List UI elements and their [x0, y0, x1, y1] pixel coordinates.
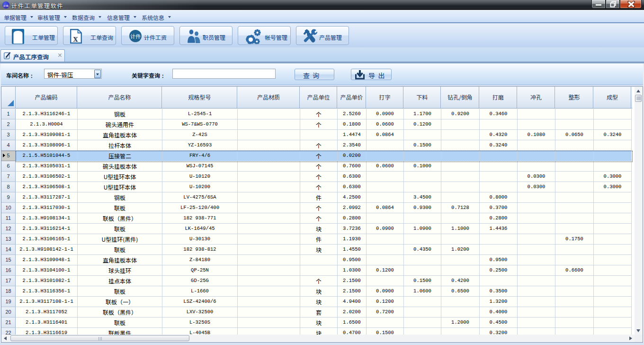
- svg-text:计件: 计件: [130, 32, 141, 40]
- svg-text:x: x: [73, 33, 78, 44]
